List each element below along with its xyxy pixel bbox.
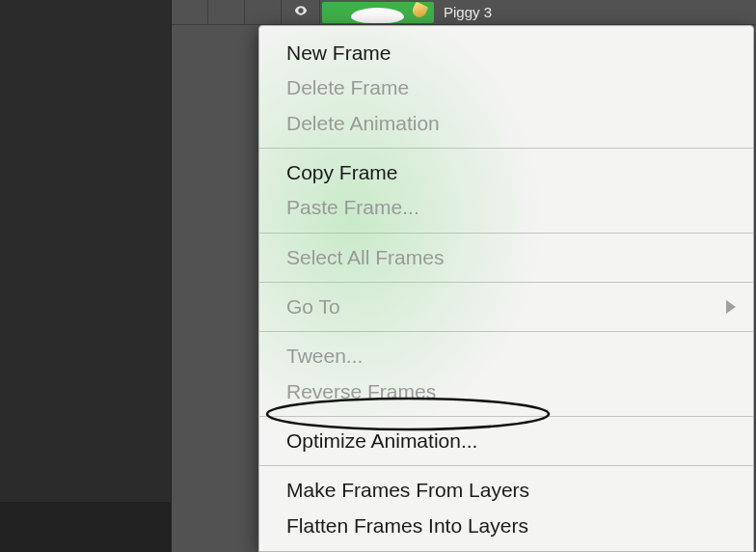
left-panel-footer: [0, 502, 172, 552]
menu-item-match-layer-across-frames: Match Layer Across Frames...: [259, 543, 753, 552]
layer-column-spacer: [172, 0, 208, 25]
menu-item-delete-animation: Delete Animation: [259, 106, 753, 141]
layer-column-spacer: [208, 0, 245, 25]
thumbnail-content: [411, 2, 429, 19]
menu-separator: [259, 465, 753, 466]
layer-row[interactable]: Piggy 3: [172, 0, 756, 25]
menu-item-delete-frame: Delete Frame: [259, 70, 753, 105]
menu-separator: [259, 233, 753, 234]
eye-icon: [293, 3, 309, 22]
left-panel: [0, 0, 172, 502]
menu-item-copy-frame[interactable]: Copy Frame: [259, 155, 753, 190]
menu-separator: [259, 282, 753, 283]
menu-item-select-all-frames: Select All Frames: [259, 240, 753, 275]
menu-item-paste-frame: Paste Frame...: [259, 190, 753, 225]
layer-thumbnail[interactable]: [322, 2, 434, 23]
menu-separator: [259, 331, 753, 332]
menu-item-reverse-frames: Reverse Frames: [259, 374, 753, 409]
thumbnail-content: [351, 8, 404, 23]
menu-item-make-frames-from-layers[interactable]: Make Frames From Layers: [259, 473, 753, 508]
menu-item-flatten-frames-into-layers[interactable]: Flatten Frames Into Layers: [259, 509, 753, 543]
chevron-right-icon: [726, 300, 736, 314]
visibility-toggle[interactable]: [282, 0, 320, 25]
app-window: Piggy 3 New Frame Delete Frame Delete An…: [0, 0, 756, 552]
menu-item-new-frame[interactable]: New Frame: [259, 36, 753, 70]
menu-item-label: Go To: [286, 295, 340, 317]
timeline-context-menu: New Frame Delete Frame Delete Animation …: [258, 25, 754, 552]
menu-item-go-to: Go To: [259, 290, 753, 324]
layer-column-spacer: [245, 0, 282, 25]
menu-item-tween: Tween...: [259, 339, 753, 373]
layer-name-label[interactable]: Piggy 3: [444, 4, 492, 20]
menu-separator: [259, 416, 753, 417]
menu-item-optimize-animation[interactable]: Optimize Animation...: [259, 424, 753, 458]
menu-separator: [259, 148, 753, 149]
